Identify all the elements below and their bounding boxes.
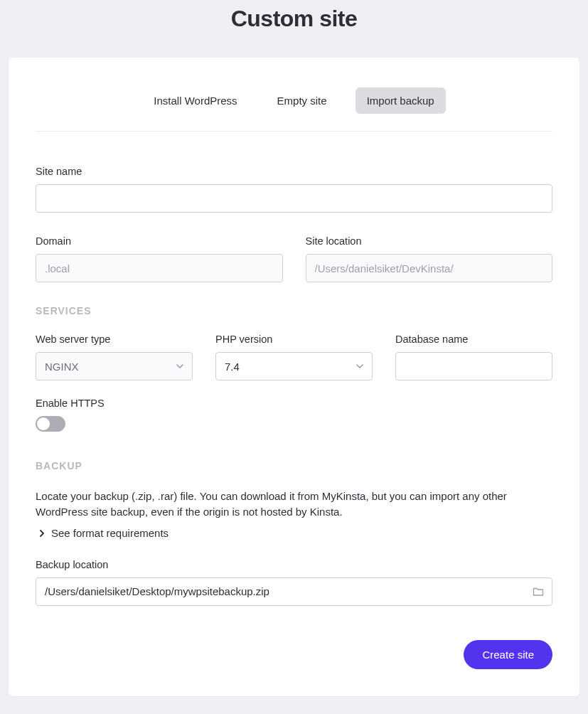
site-name-input[interactable] xyxy=(36,184,552,213)
services-header: SERVICES xyxy=(36,305,552,316)
database-name-label: Database name xyxy=(395,334,552,345)
enable-https-label: Enable HTTPS xyxy=(36,398,552,409)
page-title: Custom site xyxy=(0,6,588,32)
backup-description: Locate your backup (.zip, .rar) file. Yo… xyxy=(36,489,552,520)
database-name-field-group: Database name xyxy=(395,334,552,380)
domain-field-group: Domain xyxy=(36,235,283,282)
web-server-field-group: Web server type xyxy=(36,334,193,380)
php-version-label: PHP version xyxy=(215,334,373,345)
backup-location-input[interactable] xyxy=(36,577,552,606)
tab-empty-site[interactable]: Empty site xyxy=(266,87,338,114)
tabs: Install WordPress Empty site Import back… xyxy=(36,87,552,132)
toggle-knob xyxy=(37,417,50,430)
site-name-field-group: Site name xyxy=(36,166,552,213)
site-location-input xyxy=(306,254,553,282)
domain-input xyxy=(36,254,283,282)
domain-label: Domain xyxy=(36,235,283,247)
form-card: Install WordPress Empty site Import back… xyxy=(9,58,579,696)
chevron-right-icon xyxy=(38,527,46,539)
tab-import-backup[interactable]: Import backup xyxy=(356,87,446,114)
site-location-field-group: Site location xyxy=(306,235,553,282)
database-name-input[interactable] xyxy=(395,352,552,380)
format-requirements-label: See format requirements xyxy=(51,527,169,539)
create-site-button[interactable]: Create site xyxy=(464,640,552,669)
see-format-requirements-link[interactable]: See format requirements xyxy=(36,527,552,539)
web-server-label: Web server type xyxy=(36,334,193,345)
footer: Create site xyxy=(36,640,552,669)
enable-https-field-group: Enable HTTPS xyxy=(36,398,552,432)
web-server-select xyxy=(36,352,193,380)
site-name-label: Site name xyxy=(36,166,552,177)
php-version-field-group: PHP version xyxy=(215,334,373,380)
backup-location-field-group: Backup location xyxy=(36,559,552,606)
enable-https-toggle[interactable] xyxy=(36,416,65,432)
site-location-label: Site location xyxy=(306,235,553,247)
php-version-select[interactable] xyxy=(215,352,373,380)
tab-install-wordpress[interactable]: Install WordPress xyxy=(142,87,248,114)
backup-header: BACKUP xyxy=(36,460,552,471)
backup-location-label: Backup location xyxy=(36,559,552,570)
